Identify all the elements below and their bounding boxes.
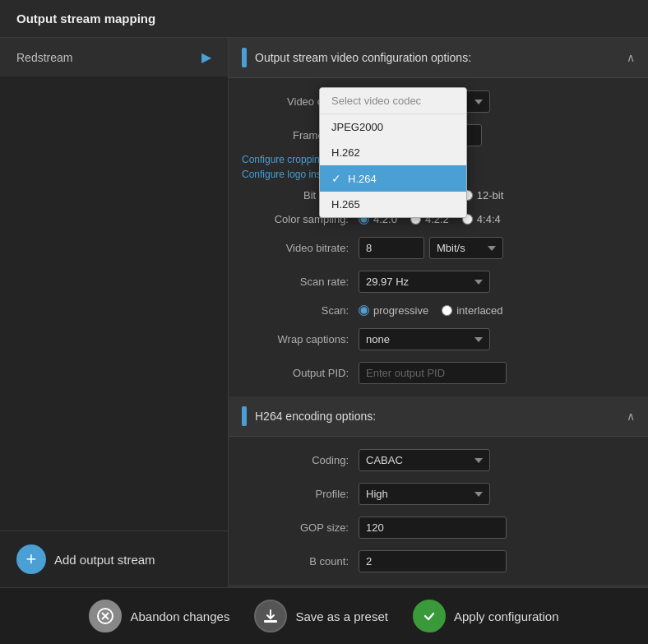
gop-size-label: GOP size:: [242, 521, 349, 534]
section-indicator: [242, 48, 247, 67]
profile-row: Profile: High Main Baseline: [229, 477, 648, 511]
wrap-captions-row: Wrap captions: none CEA-608 CEA-708: [229, 322, 648, 356]
h264-section-chevron[interactable]: ∧: [627, 410, 635, 423]
sidebar-item-redstream[interactable]: Redstream ▶: [0, 38, 228, 76]
scan-mode-radio-group: progressive interlaced: [359, 304, 503, 317]
video-bitrate-label: Video bitrate:: [242, 242, 349, 254]
svg-rect-3: [264, 620, 277, 623]
output-pid-input[interactable]: [359, 362, 507, 384]
output-pid-row: Output PID:: [229, 356, 648, 390]
color-444[interactable]: 4:4:4: [462, 213, 501, 225]
save-label: Save as a preset: [295, 609, 388, 623]
video-section-title: Output stream video configuration option…: [255, 51, 471, 64]
coding-select[interactable]: CABAC CAVLC: [359, 449, 490, 471]
apply-button[interactable]: Apply configuration: [413, 600, 559, 632]
scan-rate-label: Scan rate:: [242, 276, 349, 288]
b-count-input[interactable]: [359, 550, 507, 572]
scan-progressive[interactable]: progressive: [359, 304, 428, 317]
h264-section-title: H264 encoding options:: [255, 410, 376, 423]
content-area: Output stream video configuration option…: [229, 38, 648, 587]
wrap-captions-select[interactable]: none CEA-608 CEA-708: [359, 328, 490, 350]
coding-label: Coding:: [242, 454, 349, 466]
svg-point-4: [421, 608, 437, 624]
profile-select[interactable]: High Main Baseline: [359, 483, 490, 505]
scan-mode-row: Scan: progressive interlaced: [229, 299, 648, 322]
sidebar-item-label: Redstream: [16, 51, 72, 64]
codec-dropdown: Select video codec JPEG2000 H.262 ✓ H.26…: [319, 87, 467, 218]
check-icon: ✓: [331, 172, 341, 185]
save-icon: [254, 600, 287, 632]
output-pid-label: Output PID:: [242, 367, 349, 379]
title-bar: Output stream mapping: [0, 0, 648, 38]
bit-depth-12bit[interactable]: 12-bit: [462, 189, 504, 202]
gop-size-row: GOP size:: [229, 511, 648, 544]
scan-interlaced[interactable]: interlaced: [442, 304, 502, 317]
h264-section-header: H264 encoding options: ∧: [229, 396, 648, 437]
action-bar: Abandon changes Save as a preset Apply c…: [0, 587, 648, 644]
bitrate-unit-select[interactable]: Mbit/s kbit/s: [429, 237, 503, 259]
h264-section-indicator: [242, 406, 247, 426]
page-title: Output stream mapping: [16, 12, 155, 25]
codec-option-h262[interactable]: H.262: [320, 140, 466, 165]
video-section-header: Output stream video configuration option…: [229, 38, 648, 78]
gop-size-input[interactable]: [359, 517, 507, 539]
add-output-button[interactable]: + Add output stream: [16, 544, 155, 574]
abandon-button[interactable]: Abandon changes: [89, 600, 229, 632]
sidebar: Redstream ▶ + Add output stream: [0, 38, 229, 587]
codec-option-h265[interactable]: H.265: [320, 192, 466, 217]
profile-label: Profile:: [242, 488, 349, 500]
codec-option-h264[interactable]: ✓ H.264: [320, 165, 466, 192]
scan-rate-select[interactable]: 29.97 Hz 25 Hz 30 Hz 59.94 Hz 60 Hz: [359, 271, 490, 293]
scan-mode-label: Scan:: [242, 304, 349, 317]
codec-option-jpeg2000[interactable]: JPEG2000: [320, 114, 466, 140]
video-bitrate-row: Video bitrate: Mbit/s kbit/s: [229, 231, 648, 265]
main-layout: Redstream ▶ + Add output stream Output s…: [0, 38, 648, 587]
h264-form: Coding: CABAC CAVLC Profile: High: [229, 437, 648, 585]
scan-rate-row: Scan rate: 29.97 Hz 25 Hz 30 Hz 59.94 Hz…: [229, 265, 648, 299]
b-count-row: B count:: [229, 544, 648, 578]
abandon-label: Abandon changes: [130, 609, 229, 623]
abandon-icon: [89, 600, 122, 632]
b-count-label: B count:: [242, 555, 349, 568]
dropdown-header: Select video codec: [320, 88, 466, 114]
add-output-label: Add output stream: [54, 553, 155, 567]
sidebar-arrow-icon: ▶: [201, 49, 211, 65]
apply-label: Apply configuration: [454, 609, 559, 623]
plus-icon: +: [16, 544, 46, 574]
sidebar-bottom: + Add output stream: [0, 530, 228, 587]
apply-icon: [413, 600, 446, 632]
coding-row: Coding: CABAC CAVLC: [229, 443, 648, 477]
video-section-chevron[interactable]: ∧: [627, 51, 635, 64]
video-bitrate-input[interactable]: [359, 237, 424, 259]
save-preset-button[interactable]: Save as a preset: [254, 600, 388, 632]
audio-section-header: Output stream audio configuration option…: [229, 585, 648, 587]
wrap-captions-label: Wrap captions:: [242, 333, 349, 345]
